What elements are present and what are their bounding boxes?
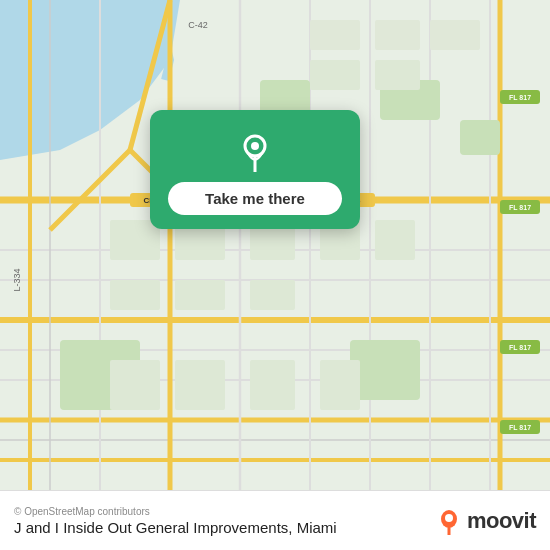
bottom-bar: © OpenStreetMap contributors J and I Ins… — [0, 490, 550, 550]
bottom-left-info: © OpenStreetMap contributors J and I Ins… — [14, 506, 337, 536]
svg-text:FL 817: FL 817 — [509, 424, 531, 431]
svg-text:FL 817: FL 817 — [509, 204, 531, 211]
svg-point-57 — [251, 142, 259, 150]
svg-rect-30 — [110, 220, 160, 260]
svg-rect-35 — [110, 280, 160, 310]
svg-text:C-42: C-42 — [188, 20, 208, 30]
osm-attribution: © OpenStreetMap contributors — [14, 506, 337, 517]
map-background: CR 816 CR 816 FL 817 FL 817 FL 817 FL 81… — [0, 0, 550, 490]
svg-rect-24 — [460, 120, 500, 155]
svg-rect-34 — [375, 220, 415, 260]
svg-text:FL 817: FL 817 — [509, 344, 531, 351]
moovit-pin-icon — [435, 507, 463, 535]
svg-rect-28 — [310, 60, 360, 90]
svg-rect-26 — [375, 20, 420, 50]
svg-point-59 — [445, 514, 453, 522]
svg-text:FL 817: FL 817 — [509, 94, 531, 101]
moovit-brand-text: moovit — [467, 508, 536, 534]
location-pin-icon — [233, 128, 277, 172]
map-container: CR 816 CR 816 FL 817 FL 817 FL 817 FL 81… — [0, 0, 550, 490]
svg-rect-37 — [250, 280, 295, 310]
svg-rect-36 — [175, 280, 225, 310]
popup-card: Take me there — [150, 110, 360, 229]
svg-rect-39 — [175, 360, 225, 410]
svg-rect-21 — [350, 340, 420, 400]
take-me-there-button[interactable]: Take me there — [168, 182, 342, 215]
svg-rect-41 — [320, 360, 360, 410]
svg-rect-38 — [110, 360, 160, 410]
svg-rect-29 — [375, 60, 420, 90]
svg-text:L-334: L-334 — [12, 268, 22, 291]
moovit-logo: moovit — [435, 507, 536, 535]
svg-rect-25 — [310, 20, 360, 50]
location-name: J and I Inside Out General Improvements,… — [14, 519, 337, 536]
svg-rect-40 — [250, 360, 295, 410]
svg-rect-27 — [430, 20, 480, 50]
